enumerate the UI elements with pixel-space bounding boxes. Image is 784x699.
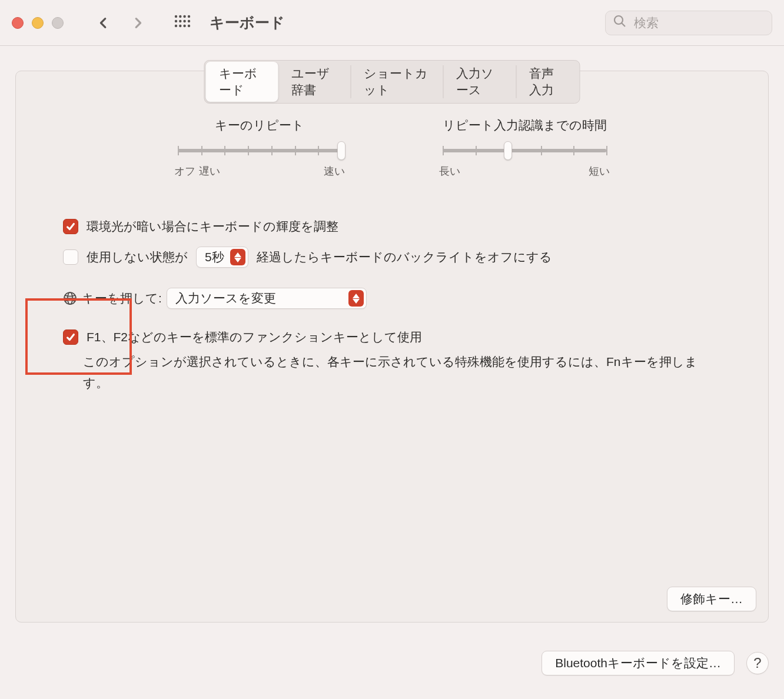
- tab-shortcuts[interactable]: ショートカット: [351, 62, 443, 102]
- tab-keyboard[interactable]: キーボード: [206, 62, 278, 102]
- svg-point-1: [179, 15, 181, 18]
- fn-keys-description: このオプションが選択されているときに、各キーに示されている特殊機能を使用するには…: [63, 351, 721, 393]
- svg-point-3: [188, 15, 190, 18]
- svg-point-2: [183, 15, 185, 18]
- svg-marker-14: [234, 252, 241, 257]
- fn-keys-label: F1、F2などのキーを標準のファンクションキーとして使用: [87, 329, 422, 345]
- svg-point-10: [183, 25, 185, 27]
- svg-point-7: [188, 20, 190, 22]
- key-repeat-slow-label: 遅い: [199, 164, 220, 178]
- backlight-off-duration-value: 5秒: [205, 249, 224, 265]
- window-title: キーボード: [210, 13, 285, 32]
- back-button[interactable]: [92, 11, 115, 35]
- backlight-off-checkbox[interactable]: [63, 249, 78, 265]
- nav-buttons: [92, 11, 150, 35]
- search-icon: [613, 14, 627, 31]
- maximize-window-button[interactable]: [52, 17, 64, 29]
- options-form: 環境光が暗い場合にキーボードの輝度を調整 使用しない状態が 5秒 経過したらキー…: [63, 212, 721, 393]
- annotation-highlight: [25, 298, 132, 375]
- key-repeat-fast-label: 速い: [324, 164, 345, 178]
- modifier-keys-button[interactable]: 修飾キー…: [667, 587, 756, 611]
- ambient-light-checkbox[interactable]: [63, 219, 78, 234]
- svg-point-4: [175, 20, 177, 22]
- backlight-off-row: 使用しない状態が 5秒 経過したらキーボードのバックライトをオフにする: [63, 241, 721, 274]
- ambient-light-label: 環境光が暗い場合にキーボードの輝度を調整: [87, 218, 338, 235]
- backlight-off-suffix: 経過したらキーボードのバックライトをオフにする: [257, 249, 552, 265]
- globe-key-row: キーを押して: 入力ソースを変更: [63, 282, 721, 315]
- repeat-delay-long-label: 長い: [439, 164, 460, 178]
- tab-input-sources[interactable]: 入力ソース: [443, 62, 516, 102]
- svg-point-8: [175, 25, 177, 27]
- help-button[interactable]: ?: [746, 652, 769, 674]
- svg-point-9: [179, 25, 181, 27]
- backlight-off-prefix: 使用しない状態が: [87, 249, 188, 265]
- tab-user-dictionary[interactable]: ユーザ辞書: [278, 62, 351, 102]
- svg-point-5: [179, 20, 181, 22]
- stepper-arrows-icon: [230, 249, 245, 265]
- globe-key-action-value: 入力ソースを変更: [175, 290, 276, 307]
- stepper-arrows-icon: [348, 290, 364, 307]
- svg-marker-15: [234, 258, 241, 262]
- repeat-delay-title: リピート入力認識までの時間: [439, 117, 610, 134]
- svg-marker-19: [353, 294, 360, 298]
- search-field[interactable]: [605, 11, 772, 35]
- svg-line-13: [622, 23, 625, 26]
- close-window-button[interactable]: [12, 17, 24, 29]
- search-input[interactable]: [633, 15, 784, 31]
- minimize-window-button[interactable]: [32, 17, 44, 29]
- tab-dictation[interactable]: 音声入力: [516, 62, 579, 102]
- repeat-delay-short-label: 短い: [589, 164, 610, 178]
- fn-keys-row: F1、F2などのキーを標準のファンクションキーとして使用: [63, 323, 721, 351]
- svg-point-0: [175, 15, 177, 18]
- backlight-off-duration-select[interactable]: 5秒: [196, 247, 248, 268]
- tab-bar: キーボード ユーザ辞書 ショートカット 入力ソース 音声入力: [204, 60, 580, 104]
- key-repeat-off-label: オフ: [174, 164, 195, 178]
- show-all-prefs-button[interactable]: [171, 11, 194, 35]
- bluetooth-keyboard-button[interactable]: Bluetoothキーボードを設定…: [542, 651, 735, 675]
- key-repeat-block: キーのリピート オフ 遅い 速い: [174, 117, 345, 178]
- globe-key-action-select[interactable]: 入力ソースを変更: [167, 288, 367, 309]
- grid-icon: [174, 15, 191, 31]
- forward-button[interactable]: [126, 11, 150, 35]
- repeat-delay-slider[interactable]: [443, 149, 606, 152]
- svg-marker-20: [353, 299, 360, 304]
- svg-point-6: [183, 20, 185, 22]
- slider-thumb[interactable]: [337, 141, 346, 160]
- svg-point-11: [188, 25, 190, 27]
- key-repeat-title: キーのリピート: [174, 117, 345, 134]
- repeat-delay-block: リピート入力認識までの時間 長い 短い: [439, 117, 610, 178]
- key-repeat-slider[interactable]: [178, 149, 341, 152]
- panel-footer: 修飾キー…: [667, 587, 756, 611]
- ambient-light-row: 環境光が暗い場合にキーボードの輝度を調整: [63, 212, 721, 241]
- svg-point-12: [614, 16, 623, 24]
- window-footer: Bluetoothキーボードを設定… ?: [542, 651, 769, 675]
- slider-thumb[interactable]: [504, 141, 512, 160]
- slider-area: キーのリピート オフ 遅い 速い リピート入力認識までの時間 長い 短い: [16, 117, 768, 178]
- titlebar: キーボード: [0, 0, 784, 46]
- preferences-panel: キーボード ユーザ辞書 ショートカット 入力ソース 音声入力 キーのリピート オ…: [15, 71, 769, 623]
- window-controls: [12, 17, 64, 29]
